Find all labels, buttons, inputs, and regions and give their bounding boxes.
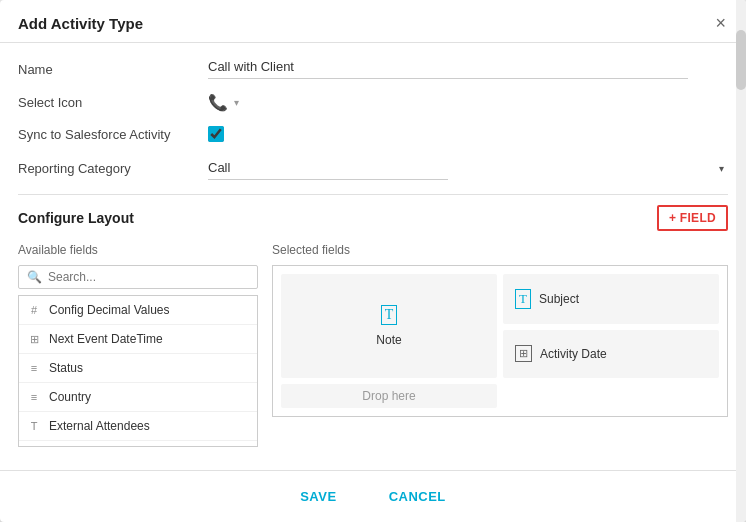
reporting-dropdown-arrow: ▾ (719, 163, 724, 174)
divider (18, 194, 728, 195)
close-button[interactable]: × (713, 14, 728, 32)
note-field[interactable]: T Note (281, 274, 497, 378)
reporting-select[interactable]: Call Meeting Task Email (208, 156, 448, 180)
list-item[interactable]: # Config Decimal Values (19, 296, 257, 325)
list-item[interactable]: ≡ Status (19, 354, 257, 383)
configure-title: Configure Layout (18, 210, 134, 226)
lines-icon: ≡ (27, 391, 41, 403)
list-item[interactable]: ≡ Country (19, 383, 257, 412)
search-input[interactable] (48, 270, 249, 284)
item-label: Status (49, 361, 83, 375)
modal-title: Add Activity Type (18, 15, 143, 32)
item-label: External Attendees (49, 419, 150, 433)
selected-fields-label: Selected fields (272, 243, 728, 257)
sync-label: Sync to Salesforce Activity (18, 127, 208, 142)
activity-date-label: Activity Date (540, 347, 607, 361)
reporting-row: Reporting Category Call Meeting Task Ema… (18, 156, 728, 180)
add-field-button[interactable]: + FIELD (657, 205, 728, 231)
subject-field[interactable]: T Subject (503, 274, 719, 324)
configure-section: Configure Layout + FIELD Available field… (18, 205, 728, 447)
subject-label: Subject (539, 292, 579, 306)
modal-body: Name Call with Client Select Icon 📞 ▾ Sy… (0, 43, 746, 470)
list-item[interactable]: T External Attendees (19, 412, 257, 441)
icon-row: Select Icon 📞 ▾ (18, 93, 728, 112)
item-label: Config Decimal Values (49, 303, 170, 317)
name-row: Name Call with Client (18, 59, 728, 79)
configure-header: Configure Layout + FIELD (18, 205, 728, 231)
sync-checkbox[interactable] (208, 126, 224, 142)
note-label: Note (376, 333, 401, 347)
grid-icon: ⊞ (27, 333, 41, 346)
cancel-button[interactable]: CANCEL (377, 483, 458, 510)
icon-selector[interactable]: 📞 ▾ (208, 93, 728, 112)
list-item[interactable]: ⊞ Next Event DateTime (19, 325, 257, 354)
scrollbar-track[interactable] (736, 0, 746, 522)
note-type-icon: T (381, 305, 398, 325)
selected-fields-panel: Selected fields T Note T Subject (272, 243, 728, 447)
icon-label: Select Icon (18, 95, 208, 110)
drop-here-label: Drop here (362, 389, 415, 403)
phone-icon: 📞 (208, 93, 228, 112)
reporting-label: Reporting Category (18, 161, 208, 176)
modal-dialog: Add Activity Type × Name Call with Clien… (0, 0, 746, 522)
available-fields-label: Available fields (18, 243, 258, 257)
activity-date-field[interactable]: ⊞ Activity Date (503, 330, 719, 377)
save-button[interactable]: SAVE (288, 483, 348, 510)
available-list-container[interactable]: # Config Decimal Values ⊞ Next Event Dat… (18, 295, 258, 447)
search-box: 🔍 (18, 265, 258, 289)
date-type-icon: ⊞ (515, 345, 532, 362)
text-icon: T (27, 420, 41, 432)
name-label: Name (18, 62, 208, 77)
hash-icon: # (27, 304, 41, 316)
selected-fields-grid[interactable]: T Note T Subject ⊞ Activity Date (272, 265, 728, 417)
available-list: # Config Decimal Values ⊞ Next Event Dat… (19, 296, 257, 441)
modal-footer: SAVE CANCEL (0, 470, 746, 522)
drop-here-zone[interactable]: Drop here (281, 384, 497, 408)
item-label: Country (49, 390, 91, 404)
item-label: Next Event DateTime (49, 332, 163, 346)
subject-type-icon: T (515, 289, 531, 309)
sync-row: Sync to Salesforce Activity (18, 126, 728, 142)
name-value: Call with Client (208, 59, 688, 79)
modal-header: Add Activity Type × (0, 0, 746, 43)
icon-dropdown-arrow[interactable]: ▾ (234, 97, 239, 108)
scrollbar-thumb[interactable] (736, 30, 746, 90)
fields-layout: Available fields 🔍 # Config Decimal Valu… (18, 243, 728, 447)
search-icon: 🔍 (27, 270, 42, 284)
lines-icon: ≡ (27, 362, 41, 374)
reporting-select-wrapper: Call Meeting Task Email ▾ (208, 156, 728, 180)
available-fields-panel: Available fields 🔍 # Config Decimal Valu… (18, 243, 258, 447)
